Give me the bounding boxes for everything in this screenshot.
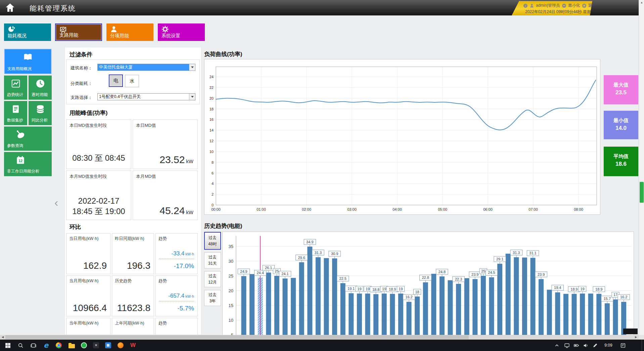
- chevron-down-icon[interactable]: [189, 94, 195, 100]
- minimize-label[interactable]: 最小化: [568, 3, 580, 8]
- svg-text:10: 10: [229, 318, 233, 323]
- branch-select-value: 1号配变0.4千伏总开关: [98, 94, 189, 100]
- clock-icon: [35, 79, 45, 89]
- load-curve-panel: 02468101214161820222400:0001:0002:0003:0…: [204, 59, 600, 215]
- svg-text:18.8: 18.8: [372, 288, 379, 292]
- svg-text:2: 2: [212, 192, 214, 196]
- peak-section-title: 用能峰值(功率): [70, 109, 107, 117]
- svg-text:19: 19: [357, 287, 361, 291]
- book-icon: [23, 52, 33, 62]
- category-electric-button[interactable]: 电: [109, 74, 123, 87]
- daily-md-value: 23.52: [159, 154, 185, 165]
- svg-text:23.9: 23.9: [471, 272, 478, 277]
- avg-value-badge: 平均值 18.6: [604, 147, 638, 176]
- close-icon[interactable]: [582, 3, 587, 8]
- building-select[interactable]: 中美信托金融大厦: [97, 64, 195, 71]
- logout-label[interactable]: 退出: [588, 3, 596, 8]
- tab-past-12m[interactable]: 过去12月: [204, 271, 221, 287]
- tray-chevron-up-icon[interactable]: [552, 341, 561, 349]
- titlebar: 能耗管理系统 i admin|管理员 最小化 退出 2022年02月24日 09…: [0, 0, 644, 15]
- app-wps-icon[interactable]: W: [128, 341, 138, 350]
- chevron-down-icon[interactable]: [189, 64, 195, 70]
- show-desktop-button[interactable]: [642, 340, 644, 351]
- svg-text:4: 4: [212, 182, 214, 186]
- user-name: admin|管理员: [536, 3, 560, 8]
- history-title: 历史趋势(电能): [204, 222, 242, 230]
- sidebar-item-trend-stats[interactable]: 趋势统计: [4, 76, 27, 100]
- app-file-explorer-icon[interactable]: [66, 341, 77, 350]
- svg-text:19: 19: [366, 287, 370, 291]
- app-blue-icon[interactable]: [103, 341, 113, 350]
- svg-text:30.9: 30.9: [331, 252, 338, 256]
- building-select-value: 中美信托金融大厦: [98, 64, 189, 70]
- svg-text:18: 18: [210, 107, 214, 111]
- app-edge-icon[interactable]: e: [41, 341, 51, 350]
- tab-past-3y[interactable]: 过去3年: [204, 290, 221, 306]
- mom-cell-month-trend: 趋势 -657.4kW·h -5.7%: [155, 275, 198, 316]
- svg-text:25: 25: [275, 269, 279, 273]
- nav-system-settings[interactable]: 系统设置: [158, 23, 205, 41]
- scroll-up-arrow-icon[interactable]: ▲: [639, 0, 644, 5]
- svg-text:25: 25: [229, 273, 233, 279]
- sidebar-item-yoy-analysis[interactable]: 同比分析: [29, 101, 52, 125]
- search-icon[interactable]: [16, 341, 25, 349]
- svg-text:10: 10: [210, 150, 214, 154]
- daily-md-period: 08:30 至 08:45: [66, 153, 131, 163]
- start-button[interactable]: [3, 341, 12, 349]
- home-icon[interactable]: [5, 2, 15, 13]
- svg-text:29.6: 29.6: [298, 256, 305, 260]
- svg-text:6: 6: [212, 171, 214, 175]
- svg-text:18.9: 18.9: [389, 287, 396, 291]
- nav-subitem-energy[interactable]: 分项用能: [106, 23, 153, 41]
- user-info-panel: i admin|管理员 最小化 退出 2022年02月24日 09时09分44秒…: [512, 1, 592, 15]
- svg-text:03:00: 03:00: [347, 207, 357, 211]
- svg-text:19.1: 19.1: [348, 287, 355, 291]
- category-water-button[interactable]: 水: [125, 75, 139, 87]
- app-close-x-icon[interactable]: ×: [91, 341, 101, 350]
- app-orange-icon[interactable]: [116, 341, 126, 350]
- svg-text:12: 12: [18, 159, 22, 163]
- svg-text:31.3: 31.3: [513, 251, 520, 255]
- svg-text:23.9: 23.9: [538, 272, 545, 277]
- document-icon: [11, 104, 21, 114]
- tray-pen-icon[interactable]: [591, 341, 599, 349]
- sidebar-item-hourly-energy[interactable]: 逐时用能: [29, 76, 52, 100]
- svg-text:29.1: 29.1: [496, 257, 503, 261]
- app-chrome-icon[interactable]: [54, 341, 64, 350]
- vertical-scrollbar[interactable]: ▲ ▼: [639, 0, 644, 340]
- taskbar: e × W 9:09: [0, 340, 644, 351]
- tray-network-icon[interactable]: [562, 341, 571, 349]
- app-green-icon[interactable]: [79, 341, 89, 350]
- sidebar-item-nonworkday-analysis[interactable]: 12 非工作日用能分析: [4, 152, 52, 176]
- info-icon[interactable]: i: [523, 3, 528, 8]
- sidebar-item-branch-overview[interactable]: 支路用能概况: [4, 49, 52, 74]
- minimize-icon[interactable]: [562, 3, 566, 8]
- task-view-icon[interactable]: [29, 341, 38, 349]
- monthly-md-period: 18:45 至 19:00: [66, 206, 131, 216]
- svg-text:22.5: 22.5: [339, 277, 346, 281]
- sidebar-item-data-collection[interactable]: 数据集抄: [4, 101, 27, 125]
- scroll-left-arrow-icon[interactable]: ◀: [0, 335, 5, 340]
- scroll-right-arrow-icon[interactable]: ▶: [633, 335, 639, 340]
- filter-section-title: 过滤条件: [70, 51, 92, 58]
- branch-select[interactable]: 1号配变0.4千伏总开关: [97, 93, 195, 100]
- nav-branch-energy[interactable]: 支路用能: [55, 23, 102, 41]
- horizontal-scrollbar[interactable]: ◀ ▶: [0, 335, 639, 340]
- tab-past-31d[interactable]: 过去31天: [204, 252, 221, 268]
- sidebar-item-parameter-query[interactable]: 参数查询: [4, 127, 52, 151]
- peak-card-daily-value: 本日MD值 23.52kW: [133, 119, 198, 169]
- vertical-scroll-thumb[interactable]: [640, 182, 644, 203]
- taskbar-clock[interactable]: 9:09: [601, 340, 616, 351]
- tab-past-48h[interactable]: 过去48时: [204, 232, 221, 250]
- category-label: 分类能耗：: [71, 81, 92, 87]
- tray-notification-icon[interactable]: [618, 341, 627, 349]
- collapse-panel-arrow[interactable]: ‹: [54, 197, 58, 208]
- tray-volume-icon[interactable]: [581, 341, 590, 349]
- calendar-icon: 12: [15, 155, 26, 165]
- load-curve-title: 负荷曲线(功率): [204, 50, 242, 58]
- svg-text:22.3: 22.3: [455, 277, 462, 281]
- nav-energy-overview[interactable]: 能耗概况: [4, 23, 51, 41]
- horizontal-scroll-thumb[interactable]: [5, 335, 469, 339]
- tray-battery-icon[interactable]: [572, 341, 581, 349]
- left-panel: 过滤条件 建筑名称： 中美信托金融大厦 分类能耗： 电 水 支路选择： 1号配变…: [64, 47, 201, 335]
